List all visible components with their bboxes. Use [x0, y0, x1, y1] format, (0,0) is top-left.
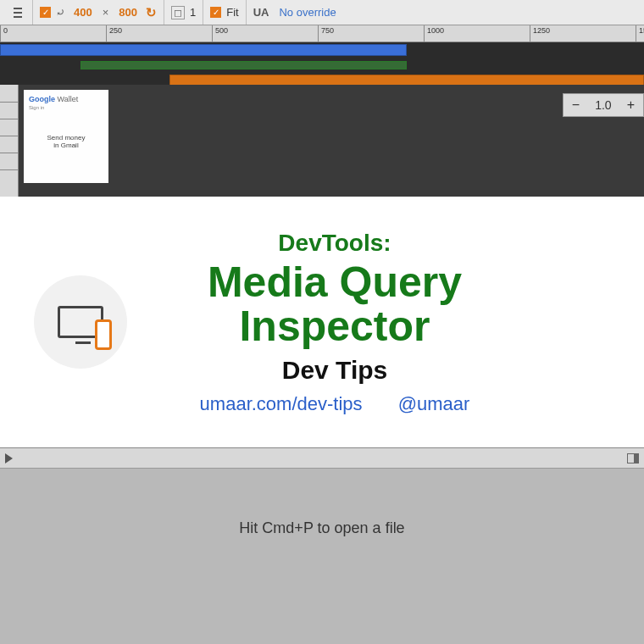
play-icon[interactable]: [5, 453, 13, 464]
title-card: DevTools: Media Query Inspector Dev Tips…: [0, 197, 644, 447]
ua-group: UA No override: [247, 0, 343, 25]
max-width-breakpoint-bar[interactable]: [0, 44, 407, 56]
sources-toolbar: [0, 448, 644, 469]
rotate-icon[interactable]: ⤾: [56, 6, 65, 19]
zoom-in-button[interactable]: +: [619, 94, 643, 116]
ruler-tick: 1000: [424, 25, 444, 42]
twitter-link[interactable]: @umaar: [398, 393, 470, 414]
ua-value[interactable]: No override: [279, 6, 336, 19]
open-file-hint: Hit Cmd+P to open a file: [0, 519, 644, 537]
card-subtitle2: Dev Tips: [127, 356, 542, 385]
zoom-value: 1.0: [588, 95, 618, 115]
media-query-bars: 0 250 500 750 1000 1250 1500: [0, 25, 644, 85]
zoom-out-button[interactable]: −: [564, 94, 588, 116]
toolbar-menu[interactable]: [3, 0, 33, 25]
thumb-headline: Send money in Gmail: [29, 134, 103, 149]
ruler-tick: 1250: [530, 25, 550, 42]
fit-group: ✓ Fit: [203, 0, 246, 25]
width-value[interactable]: 400: [70, 6, 96, 19]
ua-label: UA: [253, 6, 275, 19]
device-enabled-checkbox[interactable]: ✓: [40, 7, 51, 18]
dimensions-group: ✓ ⤾ 400 × 800 ↻: [33, 0, 164, 25]
card-title: Media Query Inspector: [127, 260, 542, 349]
device-toolbar: ✓ ⤾ 400 × 800 ↻ ◻ 1 ✓ Fit UA No override: [0, 0, 644, 25]
ruler-tick: 0: [0, 25, 8, 42]
ruler-tick: 1500: [636, 25, 644, 42]
zoom-factor[interactable]: 1: [190, 6, 196, 19]
vertical-ruler[interactable]: [0, 85, 19, 197]
fit-checkbox[interactable]: ✓: [210, 7, 221, 18]
toggle-sidebar-icon[interactable]: [627, 453, 639, 464]
preview-area: Google Wallet Sign in Send money in Gmai…: [0, 85, 644, 197]
hamburger-icon: [10, 8, 25, 18]
viewport-group: ◻ 1: [164, 0, 203, 25]
sources-panel: Hit Cmd+P to open a file: [0, 447, 644, 644]
website-link[interactable]: umaar.com/dev-tips: [200, 393, 363, 414]
ruler-tick: 500: [212, 25, 228, 42]
refresh-icon[interactable]: ↻: [146, 5, 157, 20]
phone-icon: [95, 319, 112, 350]
thumb-signin: Sign in: [29, 105, 103, 110]
page-preview-thumbnail[interactable]: Google Wallet Sign in Send money in Gmai…: [24, 90, 108, 183]
ruler-tick: 250: [106, 25, 122, 42]
ruler-tick: 750: [318, 25, 334, 42]
min-max-breakpoint-bar[interactable]: [80, 61, 407, 69]
horizontal-ruler[interactable]: 0 250 500 750 1000 1250 1500: [0, 25, 644, 42]
zoom-control: − 1.0 +: [563, 93, 644, 117]
card-subtitle1: DevTools:: [127, 230, 542, 257]
height-value[interactable]: 800: [115, 6, 141, 19]
viewport-icon[interactable]: ◻: [171, 6, 185, 19]
devices-icon: [34, 275, 127, 369]
thumb-brand: Google Wallet: [29, 95, 103, 103]
dimension-separator: ×: [101, 6, 111, 19]
fit-label: Fit: [226, 6, 238, 19]
